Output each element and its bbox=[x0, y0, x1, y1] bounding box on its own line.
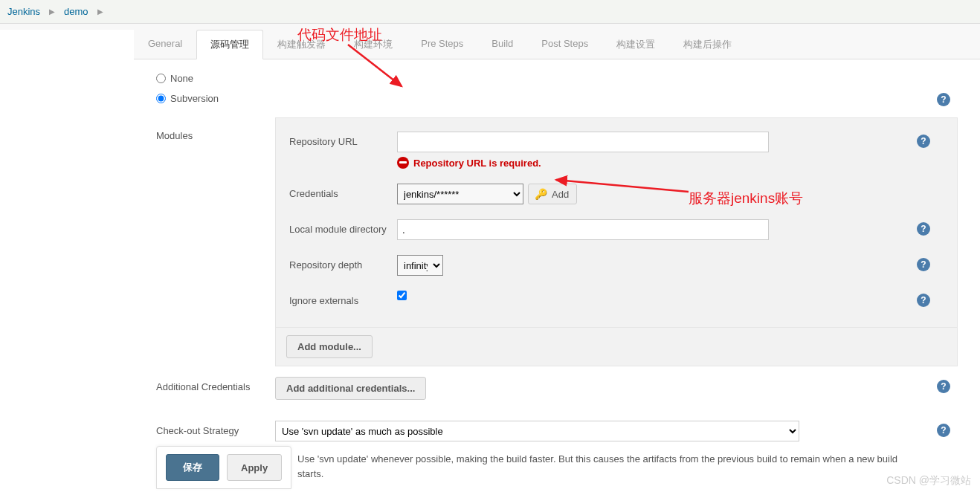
key-icon: 🔑 bbox=[535, 188, 547, 200]
depth-label: Repository depth bbox=[289, 255, 397, 271]
add-credential-button[interactable]: 🔑 Add bbox=[528, 184, 577, 204]
scm-svn-row: Subversion ? bbox=[156, 93, 958, 104]
tab-scm[interactable]: 源码管理 bbox=[196, 30, 263, 59]
tab-build[interactable]: Build bbox=[477, 30, 527, 59]
checkout-strategy-label: Check-out Strategy bbox=[156, 421, 275, 436]
help-icon[interactable]: ? bbox=[917, 135, 930, 148]
tab-general[interactable]: General bbox=[134, 30, 196, 59]
ignore-externals-checkbox[interactable] bbox=[397, 291, 407, 300]
repo-url-error: Repository URL is required. bbox=[397, 157, 944, 169]
repo-url-label: Repository URL bbox=[289, 132, 397, 147]
error-icon bbox=[397, 157, 409, 169]
add-cred-text: Add bbox=[552, 189, 569, 200]
chevron-right-icon: ▶ bbox=[97, 7, 103, 16]
tab-triggers[interactable]: 构建触发器 bbox=[263, 30, 340, 59]
chevron-right-icon: ▶ bbox=[49, 7, 55, 16]
local-dir-input[interactable] bbox=[397, 219, 769, 240]
help-icon[interactable]: ? bbox=[917, 258, 930, 271]
breadcrumb-jenkins[interactable]: Jenkins bbox=[7, 6, 40, 17]
tab-presteps[interactable]: Pre Steps bbox=[407, 30, 477, 59]
help-icon[interactable]: ? bbox=[937, 424, 950, 437]
ignore-externals-label: Ignore externals bbox=[289, 291, 397, 306]
apply-button[interactable]: Apply bbox=[227, 454, 282, 481]
add-addl-cred-button[interactable]: Add additional credentials... bbox=[275, 377, 426, 400]
checkout-strategy-select[interactable]: Use 'svn update' as much as possible bbox=[275, 421, 799, 441]
local-dir-label: Local module directory bbox=[289, 219, 397, 235]
help-icon[interactable]: ? bbox=[917, 222, 930, 236]
config-tabs: General 源码管理 构建触发器 构建环境 Pre Steps Build … bbox=[134, 30, 980, 59]
add-module-button[interactable]: Add module... bbox=[286, 335, 373, 358]
breadcrumb-demo[interactable]: demo bbox=[64, 6, 88, 17]
repo-url-input[interactable] bbox=[397, 132, 769, 152]
breadcrumb: Jenkins ▶ demo ▶ bbox=[0, 0, 980, 24]
scm-svn-label: Subversion bbox=[170, 93, 219, 104]
credentials-select[interactable]: jenkins/****** bbox=[397, 184, 523, 204]
tab-env[interactable]: 构建环境 bbox=[340, 30, 407, 59]
scm-none-row: None bbox=[156, 73, 958, 84]
repo-url-error-text: Repository URL is required. bbox=[413, 158, 541, 169]
scm-svn-radio[interactable] bbox=[156, 94, 166, 103]
depth-select[interactable]: infinity bbox=[397, 255, 443, 276]
help-icon[interactable]: ? bbox=[937, 93, 950, 106]
addl-cred-label: Additional Credentials bbox=[156, 377, 275, 392]
scm-none-label: None bbox=[170, 73, 193, 84]
tab-settings[interactable]: 构建设置 bbox=[602, 30, 669, 59]
help-icon[interactable]: ? bbox=[937, 380, 950, 393]
tab-poststeps[interactable]: Post Steps bbox=[527, 30, 602, 59]
watermark: CSDN @学习微站 bbox=[886, 474, 971, 488]
checkout-strategy-desc: Use 'svn update' whenever possible, maki… bbox=[297, 452, 958, 481]
help-icon[interactable]: ? bbox=[917, 294, 930, 307]
modules-section-label: Modules bbox=[156, 130, 253, 141]
save-button[interactable]: 保存 bbox=[166, 454, 219, 481]
credentials-label: Credentials bbox=[289, 184, 397, 199]
modules-panel: Repository URL Repository URL is require… bbox=[275, 117, 958, 328]
footer-buttons: 保存 Apply bbox=[156, 446, 291, 489]
tab-postactions[interactable]: 构建后操作 bbox=[669, 30, 746, 59]
scm-none-radio[interactable] bbox=[156, 74, 166, 83]
